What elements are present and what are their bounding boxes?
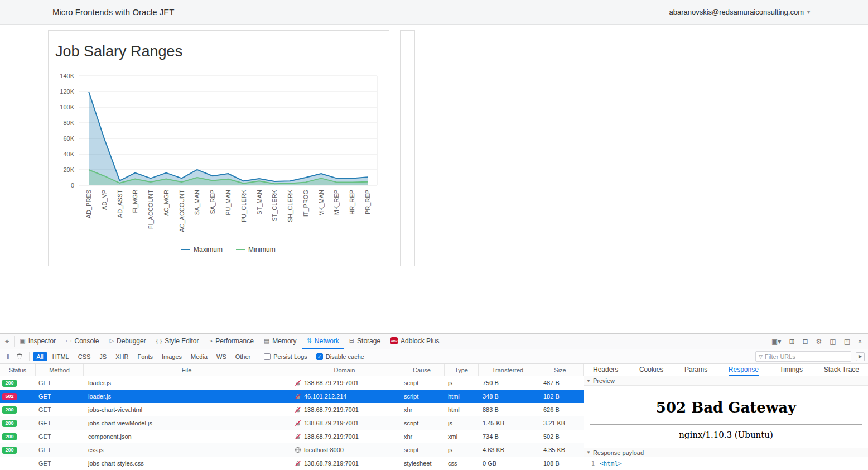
dock-side-icon[interactable]: ◫: [826, 338, 840, 346]
file-cell: loader.js: [84, 390, 290, 403]
cause-cell: script: [399, 376, 445, 390]
tab-adblock-plus[interactable]: ABPAdblock Plus: [385, 334, 444, 349]
svg-text:100K: 100K: [60, 104, 74, 111]
insecure-lock-icon: [295, 406, 301, 413]
tab-network[interactable]: ⇅Network: [302, 334, 344, 349]
domain-cell: localhost:8000: [290, 443, 399, 457]
svg-text:140K: 140K: [60, 73, 74, 79]
transferred-cell: 4.63 KB: [479, 443, 537, 457]
column-header-method[interactable]: Method: [36, 364, 84, 376]
detail-tab-stack-trace[interactable]: Stack Trace: [824, 364, 859, 376]
tab-label: Memory: [272, 337, 296, 345]
column-header-domain[interactable]: Domain: [290, 364, 399, 376]
size-cell: 4.35 KB: [537, 443, 584, 457]
code-line: 1<html>: [584, 459, 868, 468]
column-header-size[interactable]: Size: [537, 364, 584, 376]
network-toolbar: ‖ AllHTMLCSSJSXHRFontsImagesMediaWSOther…: [0, 349, 868, 364]
network-row[interactable]: 200GETcss.jslocalhost:8000scriptjs4.63 K…: [0, 443, 584, 457]
network-row[interactable]: 200GETjobs-chart-viewModel.js138.68.79.2…: [0, 416, 584, 430]
line-number: 1: [584, 459, 600, 468]
status-cell: 502: [0, 390, 36, 403]
method-cell: GET: [36, 390, 84, 403]
status-cell: [0, 457, 36, 470]
tab-console[interactable]: ▭Console: [61, 334, 104, 349]
filter-fonts[interactable]: Fonts: [133, 352, 157, 361]
column-header-file[interactable]: File: [84, 364, 290, 376]
detail-tab-params[interactable]: Params: [684, 364, 707, 376]
tab-inspector[interactable]: ▣Inspector: [15, 334, 61, 349]
persist-logs-checkbox[interactable]: Persist Logs: [264, 353, 307, 360]
requests-table-rows: 200GETloader.js138.68.79.219:7001scriptj…: [0, 376, 584, 470]
file-cell: loader.js: [84, 376, 290, 390]
separate-window-icon[interactable]: ◰: [840, 338, 854, 346]
tab-label: Debugger: [117, 337, 146, 345]
filter-html[interactable]: HTML: [49, 352, 73, 361]
cause-cell: script: [399, 416, 445, 430]
responsive-mode-icon[interactable]: ⊞: [785, 338, 798, 346]
tab-debugger[interactable]: ▷Debugger: [104, 334, 151, 349]
column-header-transferred[interactable]: Transferred: [479, 364, 537, 376]
detail-tab-headers[interactable]: Headers: [593, 364, 618, 376]
filter-urls-input[interactable]: [765, 353, 848, 360]
svg-text:AD_PRES: AD_PRES: [85, 190, 92, 218]
method-cell: GET: [36, 376, 84, 390]
filter-ws[interactable]: WS: [213, 352, 230, 361]
tab-style-editor[interactable]: { }Style Editor: [151, 334, 204, 349]
svg-text:Minimum: Minimum: [248, 246, 276, 253]
line-number: 2: [584, 468, 600, 469]
response-payload-toggle[interactable]: ▼ Response payload: [584, 448, 868, 457]
network-row[interactable]: GETjobs-chart-styles.css138.68.79.219:70…: [0, 457, 584, 470]
app-title: Micro Frontends with Oracle JET: [52, 7, 174, 17]
globe-icon: [295, 447, 301, 453]
response-payload-label: Response payload: [593, 449, 644, 456]
dock-bottom-icon[interactable]: ⊟: [798, 338, 812, 346]
detail-tab-cookies[interactable]: Cookies: [639, 364, 663, 376]
tab-performance[interactable]: ◔Performance: [204, 334, 258, 349]
network-row[interactable]: 200GETloader.js138.68.79.219:7001scriptj…: [0, 376, 584, 390]
svg-text:MK_REP: MK_REP: [333, 190, 340, 215]
column-header-cause[interactable]: Cause: [399, 364, 445, 376]
detail-tab-timings[interactable]: Timings: [779, 364, 803, 376]
clear-requests-icon[interactable]: [13, 353, 26, 360]
iframe-select-icon[interactable]: ▣▾: [768, 338, 785, 346]
close-icon[interactable]: ×: [854, 338, 866, 346]
preview-server-line: nginx/1.10.3 (Ubuntu): [584, 430, 868, 440]
network-row[interactable]: 502GETloader.js46.101.212.214scripthtml3…: [0, 390, 584, 403]
transferred-cell: 348 B: [479, 390, 537, 403]
column-header-type[interactable]: Type: [445, 364, 479, 376]
disable-cache-checkbox[interactable]: ✓ Disable cache: [316, 353, 364, 360]
status-cell: 200: [0, 403, 36, 416]
url-filter-box: ▽: [755, 351, 851, 362]
filter-css[interactable]: CSS: [74, 352, 95, 361]
filter-other[interactable]: Other: [232, 352, 255, 361]
filter-media[interactable]: Media: [187, 352, 211, 361]
svg-text:AC_ACCOUNT: AC_ACCOUNT: [179, 190, 185, 232]
filter-xhr[interactable]: XHR: [112, 352, 132, 361]
preview-section-toggle[interactable]: ▼ Preview: [584, 376, 868, 386]
column-header-status[interactable]: Status: [0, 364, 36, 376]
filter-images[interactable]: Images: [158, 352, 186, 361]
settings-gear-icon[interactable]: ⚙: [812, 338, 826, 346]
network-row[interactable]: 200GETjobs-chart-view.html138.68.79.219:…: [0, 403, 584, 416]
file-cell: jobs-chart-viewModel.js: [84, 416, 290, 430]
adblock-plus-icon: ABP: [390, 337, 398, 344]
pause-icon[interactable]: ‖: [3, 353, 13, 360]
account-menu[interactable]: abaranovskis@redsamuraiconsulting.com ▾: [669, 8, 810, 16]
cause-cell: script: [399, 390, 445, 403]
devtools-tabs: ▣Inspector▭Console▷Debugger{ }Style Edit…: [15, 334, 444, 349]
domain-cell: 138.68.79.219:7001: [290, 403, 399, 416]
svg-text:PU_MAN: PU_MAN: [225, 190, 232, 215]
size-cell: 487 B: [537, 376, 584, 390]
svg-text:SH_CLERK: SH_CLERK: [287, 189, 293, 222]
memory-icon: ▤: [264, 337, 269, 344]
detail-tab-response[interactable]: Response: [729, 364, 759, 376]
tab-storage[interactable]: ⊟Storage: [344, 334, 385, 349]
svg-text:MK_MAN: MK_MAN: [318, 190, 325, 216]
network-row[interactable]: 200GETcomponent.json138.68.79.219:7001xh…: [0, 430, 584, 443]
filter-js[interactable]: JS: [95, 352, 110, 361]
har-export-icon[interactable]: ▶: [856, 352, 865, 361]
filter-all[interactable]: All: [33, 352, 47, 361]
tab-memory[interactable]: ▤Memory: [259, 334, 302, 349]
pick-element-icon[interactable]: ⌖: [0, 334, 14, 349]
cause-cell: xhr: [399, 403, 445, 416]
